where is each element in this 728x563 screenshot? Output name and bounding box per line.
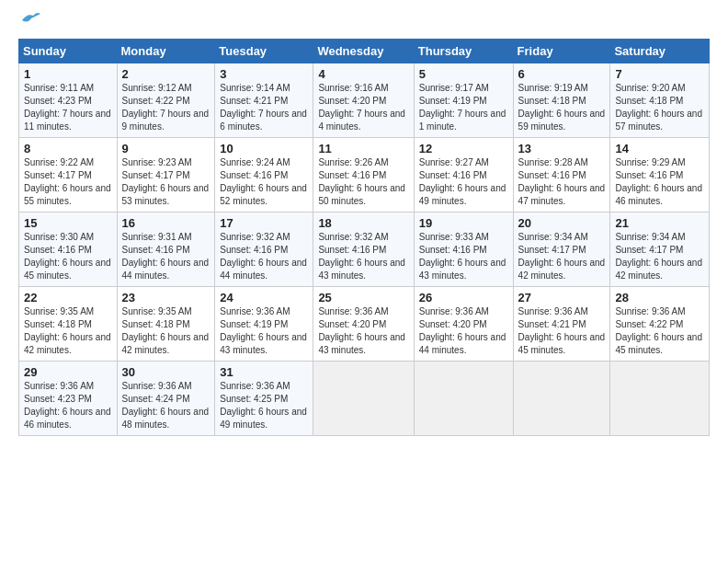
- day-number: 15: [24, 216, 112, 230]
- day-cell-27: 27 Sunrise: 9:36 AM Sunset: 4:21 PM Dayl…: [513, 287, 610, 362]
- day-number: 22: [24, 291, 112, 304]
- day-detail: Sunrise: 9:29 AM Sunset: 4:16 PM Dayligh…: [615, 156, 704, 208]
- day-number: 7: [615, 67, 704, 81]
- col-header-sunday: Sunday: [19, 40, 118, 63]
- calendar-week-5: 29 Sunrise: 9:36 AM Sunset: 4:23 PM Dayl…: [19, 362, 710, 436]
- day-number: 12: [419, 142, 508, 155]
- calendar-week-1: 1 Sunrise: 9:11 AM Sunset: 4:23 PM Dayli…: [19, 63, 710, 138]
- day-number: 28: [615, 291, 704, 304]
- day-cell-8: 8 Sunrise: 9:22 AM Sunset: 4:17 PM Dayli…: [19, 138, 118, 213]
- day-number: 25: [318, 291, 408, 304]
- day-number: 23: [122, 291, 210, 304]
- day-cell-20: 20 Sunrise: 9:34 AM Sunset: 4:17 PM Dayl…: [513, 213, 610, 287]
- day-number: 1: [24, 67, 112, 81]
- day-number: 26: [419, 291, 508, 304]
- day-cell-31: 31 Sunrise: 9:36 AM Sunset: 4:25 PM Dayl…: [215, 362, 313, 436]
- day-detail: Sunrise: 9:36 AM Sunset: 4:22 PM Dayligh…: [615, 305, 704, 357]
- day-number: 16: [122, 216, 210, 230]
- calendar-week-4: 22 Sunrise: 9:35 AM Sunset: 4:18 PM Dayl…: [19, 287, 710, 362]
- day-number: 19: [419, 216, 508, 230]
- day-detail: Sunrise: 9:24 AM Sunset: 4:16 PM Dayligh…: [220, 156, 308, 208]
- day-number: 14: [615, 142, 704, 155]
- day-cell-4: 4 Sunrise: 9:16 AM Sunset: 4:20 PM Dayli…: [313, 63, 414, 138]
- day-cell-15: 15 Sunrise: 9:30 AM Sunset: 4:16 PM Dayl…: [19, 213, 118, 287]
- day-number: 4: [318, 67, 408, 81]
- day-cell-5: 5 Sunrise: 9:17 AM Sunset: 4:19 PM Dayli…: [414, 63, 513, 138]
- day-number: 5: [419, 67, 508, 81]
- day-number: 11: [318, 142, 408, 155]
- day-cell-10: 10 Sunrise: 9:24 AM Sunset: 4:16 PM Dayl…: [215, 138, 313, 213]
- day-detail: Sunrise: 9:14 AM Sunset: 4:21 PM Dayligh…: [220, 82, 308, 133]
- day-cell-13: 13 Sunrise: 9:28 AM Sunset: 4:16 PM Dayl…: [513, 138, 610, 213]
- logo: [18, 17, 40, 28]
- day-number: 18: [318, 216, 408, 230]
- day-cell-29: 29 Sunrise: 9:36 AM Sunset: 4:23 PM Dayl…: [19, 362, 118, 436]
- empty-cell: [414, 362, 513, 436]
- day-cell-12: 12 Sunrise: 9:27 AM Sunset: 4:16 PM Dayl…: [414, 138, 513, 213]
- day-detail: Sunrise: 9:27 AM Sunset: 4:16 PM Dayligh…: [419, 156, 508, 208]
- day-detail: Sunrise: 9:35 AM Sunset: 4:18 PM Dayligh…: [122, 305, 210, 357]
- day-cell-24: 24 Sunrise: 9:36 AM Sunset: 4:19 PM Dayl…: [215, 287, 313, 362]
- day-cell-2: 2 Sunrise: 9:12 AM Sunset: 4:22 PM Dayli…: [117, 63, 215, 138]
- day-detail: Sunrise: 9:30 AM Sunset: 4:16 PM Dayligh…: [24, 231, 112, 282]
- col-header-saturday: Saturday: [610, 40, 710, 63]
- day-detail: Sunrise: 9:20 AM Sunset: 4:18 PM Dayligh…: [615, 82, 704, 133]
- day-number: 6: [518, 67, 606, 81]
- day-detail: Sunrise: 9:35 AM Sunset: 4:18 PM Dayligh…: [24, 305, 112, 357]
- day-detail: Sunrise: 9:16 AM Sunset: 4:20 PM Dayligh…: [318, 82, 408, 133]
- day-detail: Sunrise: 9:36 AM Sunset: 4:21 PM Dayligh…: [518, 305, 606, 357]
- day-detail: Sunrise: 9:36 AM Sunset: 4:25 PM Dayligh…: [220, 380, 308, 431]
- day-detail: Sunrise: 9:22 AM Sunset: 4:17 PM Dayligh…: [24, 156, 112, 208]
- empty-cell: [610, 362, 710, 436]
- day-detail: Sunrise: 9:32 AM Sunset: 4:16 PM Dayligh…: [220, 231, 308, 282]
- calendar-week-2: 8 Sunrise: 9:22 AM Sunset: 4:17 PM Dayli…: [19, 138, 710, 213]
- day-cell-22: 22 Sunrise: 9:35 AM Sunset: 4:18 PM Dayl…: [19, 287, 118, 362]
- day-number: 13: [518, 142, 606, 155]
- col-header-tuesday: Tuesday: [215, 40, 313, 63]
- day-number: 10: [220, 142, 308, 155]
- day-number: 27: [518, 291, 606, 304]
- page: SundayMondayTuesdayWednesdayThursdayFrid…: [0, 0, 728, 445]
- day-number: 3: [220, 67, 308, 81]
- header: [18, 17, 710, 28]
- day-detail: Sunrise: 9:34 AM Sunset: 4:17 PM Dayligh…: [518, 231, 606, 282]
- col-header-monday: Monday: [117, 40, 215, 63]
- day-detail: Sunrise: 9:36 AM Sunset: 4:24 PM Dayligh…: [122, 380, 210, 431]
- logo-bird-icon: [20, 11, 40, 28]
- day-cell-1: 1 Sunrise: 9:11 AM Sunset: 4:23 PM Dayli…: [19, 63, 118, 138]
- day-detail: Sunrise: 9:11 AM Sunset: 4:23 PM Dayligh…: [24, 82, 112, 133]
- day-number: 21: [615, 216, 704, 230]
- day-cell-21: 21 Sunrise: 9:34 AM Sunset: 4:17 PM Dayl…: [610, 213, 710, 287]
- day-cell-16: 16 Sunrise: 9:31 AM Sunset: 4:16 PM Dayl…: [117, 213, 215, 287]
- col-header-friday: Friday: [513, 40, 610, 63]
- empty-cell: [313, 362, 414, 436]
- day-cell-23: 23 Sunrise: 9:35 AM Sunset: 4:18 PM Dayl…: [117, 287, 215, 362]
- col-header-wednesday: Wednesday: [313, 40, 414, 63]
- day-number: 9: [122, 142, 210, 155]
- day-cell-25: 25 Sunrise: 9:36 AM Sunset: 4:20 PM Dayl…: [313, 287, 414, 362]
- day-cell-28: 28 Sunrise: 9:36 AM Sunset: 4:22 PM Dayl…: [610, 287, 710, 362]
- day-detail: Sunrise: 9:19 AM Sunset: 4:18 PM Dayligh…: [518, 82, 606, 133]
- day-detail: Sunrise: 9:26 AM Sunset: 4:16 PM Dayligh…: [318, 156, 408, 208]
- day-cell-30: 30 Sunrise: 9:36 AM Sunset: 4:24 PM Dayl…: [117, 362, 215, 436]
- calendar-week-3: 15 Sunrise: 9:30 AM Sunset: 4:16 PM Dayl…: [19, 213, 710, 287]
- calendar-header-row: SundayMondayTuesdayWednesdayThursdayFrid…: [19, 40, 710, 63]
- day-cell-3: 3 Sunrise: 9:14 AM Sunset: 4:21 PM Dayli…: [215, 63, 313, 138]
- col-header-thursday: Thursday: [414, 40, 513, 63]
- day-number: 8: [24, 142, 112, 155]
- day-detail: Sunrise: 9:36 AM Sunset: 4:20 PM Dayligh…: [318, 305, 408, 357]
- day-number: 24: [220, 291, 308, 304]
- day-number: 30: [122, 365, 210, 379]
- day-number: 31: [220, 365, 308, 379]
- day-cell-14: 14 Sunrise: 9:29 AM Sunset: 4:16 PM Dayl…: [610, 138, 710, 213]
- day-number: 2: [122, 67, 210, 81]
- day-cell-6: 6 Sunrise: 9:19 AM Sunset: 4:18 PM Dayli…: [513, 63, 610, 138]
- day-cell-18: 18 Sunrise: 9:32 AM Sunset: 4:16 PM Dayl…: [313, 213, 414, 287]
- day-detail: Sunrise: 9:12 AM Sunset: 4:22 PM Dayligh…: [122, 82, 210, 133]
- day-number: 20: [518, 216, 606, 230]
- day-number: 17: [220, 216, 308, 230]
- day-cell-7: 7 Sunrise: 9:20 AM Sunset: 4:18 PM Dayli…: [610, 63, 710, 138]
- day-detail: Sunrise: 9:33 AM Sunset: 4:16 PM Dayligh…: [419, 231, 508, 282]
- day-number: 29: [24, 365, 112, 379]
- day-detail: Sunrise: 9:36 AM Sunset: 4:23 PM Dayligh…: [24, 380, 112, 431]
